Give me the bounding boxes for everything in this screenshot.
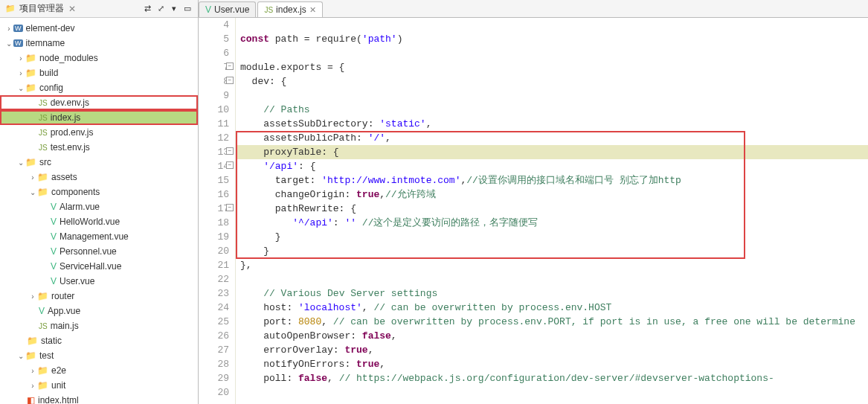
code-editor[interactable]: 4 5 6 7− 8− 9 10 11 12 13− 14− 15 16 17−… (199, 18, 868, 404)
fold-icon[interactable]: − (226, 204, 234, 211)
tree-item-folder[interactable]: ›📁assets (0, 170, 198, 185)
folder-icon: 📁 (25, 157, 36, 167)
fold-icon[interactable]: − (226, 62, 234, 70)
tree-item-folder[interactable]: ⌄📁components (0, 185, 198, 199)
tree-item-file[interactable]: JStest.env.js (0, 140, 198, 155)
sidebar-header: 📁 项目管理器 ✕ ⇄ ⤢ ▾ ▭ (0, 0, 198, 18)
js-file-icon: JS (39, 144, 48, 152)
project-tree[interactable]: ›Welement-dev ⌄Witemname ›📁node_modules … (0, 18, 198, 404)
tree-item-file[interactable]: ◧index.html (0, 393, 198, 404)
tree-item-file-selected[interactable]: JSindex.js (0, 110, 198, 125)
vue-file-icon: V (39, 306, 45, 316)
tree-item-file[interactable]: VUser.vue (0, 274, 198, 289)
tree-item-folder[interactable]: ›📁node_modules (0, 51, 198, 65)
sidebar-title: 项目管理器 (19, 2, 64, 15)
editor-tabs: VUser.vue JSindex.js✕ (199, 0, 868, 18)
tree-item-file[interactable]: VManagement.vue (0, 229, 198, 244)
js-file-icon: JS (39, 99, 48, 107)
tree-item-project[interactable]: ›Welement-dev (0, 21, 198, 36)
project-icon: W (13, 25, 23, 32)
collapse-icon[interactable]: ⤢ (155, 3, 167, 15)
folder-icon: 📁 (25, 83, 36, 93)
link-editor-icon[interactable]: ⇄ (141, 3, 153, 15)
folder-icon: 📁 (25, 53, 36, 63)
tree-item-file[interactable]: VServiceHall.vue (0, 259, 198, 274)
tab-user-vue[interactable]: VUser.vue (199, 1, 256, 17)
close-icon[interactable]: ✕ (309, 5, 316, 15)
folder-icon: 📁 (37, 172, 48, 182)
folder-icon: 📁 (27, 336, 38, 346)
tree-item-folder[interactable]: ›📁e2e (0, 363, 198, 378)
folder-icon: 📁 (37, 380, 48, 391)
vue-file-icon: V (51, 276, 57, 286)
fold-icon[interactable]: − (226, 77, 234, 84)
tree-item-folder[interactable]: ›📁build (0, 65, 198, 80)
project-explorer-panel: 📁 项目管理器 ✕ ⇄ ⤢ ▾ ▭ ›Welement-dev ⌄Witemna… (0, 0, 199, 404)
code-content[interactable]: const path = require('path') module.expo… (236, 18, 868, 404)
vue-file-icon: V (205, 4, 211, 15)
project-explorer-icon: 📁 (4, 3, 16, 15)
folder-icon: 📁 (25, 68, 36, 78)
tree-item-folder[interactable]: ⌄📁test (0, 348, 198, 363)
js-file-icon: JS (39, 322, 48, 330)
tree-item-folder[interactable]: ⌄📁src (0, 155, 198, 170)
tree-item-folder[interactable]: 📁static (0, 333, 198, 348)
tree-item-folder[interactable]: ›📁unit (0, 378, 198, 393)
folder-icon: 📁 (37, 365, 48, 376)
vue-file-icon: V (51, 202, 57, 212)
tree-item-file[interactable]: JSmain.js (0, 318, 198, 333)
tree-item-file[interactable]: JSprod.env.js (0, 125, 198, 140)
js-file-icon: JS (39, 114, 48, 122)
folder-icon: 📁 (37, 187, 48, 197)
js-file-icon: JS (39, 129, 48, 137)
vue-file-icon: V (51, 231, 57, 242)
project-icon: W (13, 39, 23, 47)
view-menu-icon[interactable]: ▾ (168, 3, 180, 15)
tree-item-file[interactable]: VAlarm.vue (0, 199, 198, 214)
tree-item-folder[interactable]: ⌄📁config (0, 80, 198, 95)
vue-file-icon: V (51, 217, 57, 227)
js-file-icon: JS (264, 6, 273, 14)
editor-area: VUser.vue JSindex.js✕ 4 5 6 7− 8− 9 10 1… (199, 0, 868, 404)
minimize-icon[interactable]: ▭ (181, 3, 193, 15)
folder-icon: 📁 (37, 291, 48, 301)
tree-item-file[interactable]: VPersonnel.vue (0, 244, 198, 259)
tree-item-file[interactable]: VApp.vue (0, 304, 198, 318)
vue-file-icon: V (51, 246, 57, 257)
tree-item-folder[interactable]: ›📁router (0, 289, 198, 304)
close-icon[interactable]: ✕ (68, 4, 76, 14)
tree-item-file[interactable]: JSdev.env.js (0, 95, 198, 110)
line-gutter: 4 5 6 7− 8− 9 10 11 12 13− 14− 15 16 17−… (199, 18, 236, 404)
fold-icon[interactable]: − (226, 147, 234, 155)
tree-item-file[interactable]: VHelloWorld.vue (0, 214, 198, 229)
html-file-icon: ◧ (27, 395, 35, 404)
folder-icon: 📁 (25, 350, 36, 361)
tab-index-js[interactable]: JSindex.js✕ (257, 1, 322, 17)
fold-icon[interactable]: − (226, 161, 234, 169)
vue-file-icon: V (51, 261, 57, 272)
tree-item-project[interactable]: ⌄Witemname (0, 36, 198, 51)
